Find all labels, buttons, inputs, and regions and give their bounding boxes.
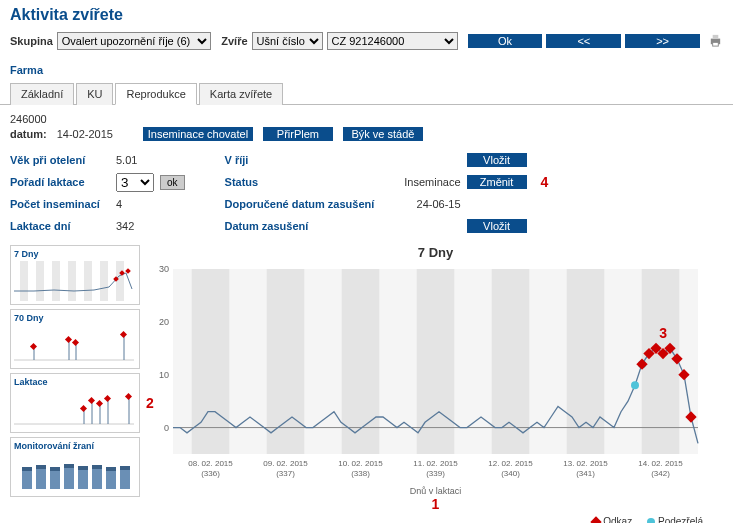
- chart-title: 7 Dny: [148, 245, 723, 260]
- thumb-monitoring-chart: [14, 453, 134, 493]
- svg-text:(341): (341): [576, 469, 595, 478]
- svg-text:10: 10: [159, 370, 169, 380]
- vek-value: 5.01: [116, 154, 166, 166]
- tab-ku[interactable]: KU: [76, 83, 113, 105]
- status-label: Status: [225, 176, 385, 188]
- svg-rect-52: [120, 466, 130, 470]
- poradi-select[interactable]: 3: [116, 173, 154, 192]
- svg-text:(338): (338): [351, 469, 370, 478]
- svg-rect-49: [78, 466, 88, 470]
- svg-text:30: 30: [159, 264, 169, 274]
- toolbar: Skupina Ovalert upozornění říje (6) Zvíř…: [10, 30, 723, 52]
- thumb-70dny-chart: [14, 325, 134, 365]
- svg-rect-2: [713, 42, 719, 46]
- svg-rect-44: [120, 470, 130, 489]
- tab-reprodukce[interactable]: Reprodukce: [115, 83, 196, 105]
- svg-rect-60: [642, 269, 680, 454]
- thumb-monitoring[interactable]: Monitorování žraní: [10, 437, 140, 497]
- svg-rect-24: [14, 389, 134, 429]
- svg-rect-8: [84, 261, 92, 301]
- diamond-icon: [591, 516, 602, 523]
- next-button[interactable]: >>: [625, 34, 700, 48]
- tab-zakladni[interactable]: Základní: [10, 83, 74, 105]
- tab-karta[interactable]: Karta zvířete: [199, 83, 283, 105]
- svg-rect-59: [567, 269, 605, 454]
- svg-rect-47: [50, 467, 60, 471]
- zasuseni-label: Datum zasušení: [225, 220, 385, 232]
- svg-text:09. 02. 2015: 09. 02. 2015: [263, 459, 308, 468]
- svg-rect-6: [52, 261, 60, 301]
- svg-text:08. 02. 2015: 08. 02. 2015: [188, 459, 233, 468]
- animal-id: 246000: [10, 113, 723, 125]
- tabs: Základní KU Reprodukce Karta zvířete: [0, 82, 733, 105]
- doporucene-label: Doporučené datum zasušení: [225, 198, 385, 210]
- svg-rect-58: [492, 269, 530, 454]
- svg-rect-54: [192, 269, 230, 454]
- svg-rect-55: [267, 269, 305, 454]
- svg-text:(337): (337): [276, 469, 295, 478]
- svg-rect-37: [22, 471, 32, 489]
- print-icon[interactable]: [708, 33, 723, 49]
- laktace-label: Laktace dní: [10, 220, 110, 232]
- doporucene-value: 24-06-15: [391, 198, 461, 210]
- zasuseni-button[interactable]: Vložit: [467, 219, 527, 233]
- animal-label: Zvíře: [221, 35, 247, 47]
- page-title: Aktivita zvířete: [10, 6, 723, 24]
- svg-text:13. 02. 2015: 13. 02. 2015: [563, 459, 608, 468]
- status-button[interactable]: Změnit: [467, 175, 527, 189]
- date-label: datum:: [10, 128, 47, 140]
- svg-rect-4: [20, 261, 28, 301]
- group-select[interactable]: Ovalert upozornění říje (6): [57, 32, 211, 50]
- vriji-button[interactable]: Vložit: [467, 153, 527, 167]
- annotation-1: 1: [432, 496, 440, 512]
- svg-text:10. 02. 2015: 10. 02. 2015: [338, 459, 383, 468]
- annotation-2: 2: [146, 395, 154, 411]
- svg-text:(342): (342): [651, 469, 670, 478]
- farma-link[interactable]: Farma: [0, 56, 733, 82]
- vek-label: Věk při otelení: [10, 154, 110, 166]
- vriji-label: V říji: [225, 154, 385, 166]
- inseminace-button[interactable]: Inseminace chovatel: [143, 127, 253, 141]
- id-type-select[interactable]: Ušní číslo: [252, 32, 323, 50]
- svg-text:(340): (340): [501, 469, 520, 478]
- pocet-value: 4: [116, 198, 166, 210]
- svg-rect-10: [116, 261, 124, 301]
- dot-icon: [647, 518, 655, 524]
- svg-rect-41: [78, 470, 88, 489]
- byk-button[interactable]: Býk ve stádě: [343, 127, 423, 141]
- thumb-7dny[interactable]: 7 Dny: [10, 245, 140, 305]
- ok-button[interactable]: Ok: [468, 34, 543, 48]
- main-chart: 010203008. 02. 2015(336)09. 02. 2015(337…: [148, 264, 708, 484]
- id-value-select[interactable]: CZ 921246000: [327, 32, 458, 50]
- svg-rect-43: [106, 471, 116, 489]
- svg-rect-1: [713, 35, 719, 39]
- svg-rect-5: [36, 261, 44, 301]
- svg-rect-56: [342, 269, 380, 454]
- prev-button[interactable]: <<: [546, 34, 621, 48]
- annotation-4: 4: [541, 174, 549, 190]
- svg-rect-50: [92, 465, 102, 469]
- svg-rect-42: [92, 469, 102, 489]
- svg-point-66: [631, 381, 639, 389]
- svg-text:20: 20: [159, 317, 169, 327]
- thumb-laktace[interactable]: Laktace: [10, 373, 140, 433]
- poradi-ok-button[interactable]: ok: [160, 175, 185, 190]
- svg-rect-39: [50, 471, 60, 489]
- svg-text:11. 02. 2015: 11. 02. 2015: [413, 459, 458, 468]
- svg-rect-45: [22, 467, 32, 471]
- laktace-value: 342: [116, 220, 166, 232]
- svg-rect-7: [68, 261, 76, 301]
- svg-rect-40: [64, 468, 74, 489]
- svg-rect-51: [106, 467, 116, 471]
- svg-rect-46: [36, 465, 46, 469]
- prirplem-button[interactable]: PřirPlem: [263, 127, 333, 141]
- svg-text:14. 02. 2015: 14. 02. 2015: [638, 459, 683, 468]
- svg-text:12. 02. 2015: 12. 02. 2015: [488, 459, 533, 468]
- pocet-label: Počet inseminací: [10, 198, 110, 210]
- svg-rect-48: [64, 464, 74, 468]
- thumb-7dny-chart: [14, 261, 134, 301]
- svg-rect-38: [36, 469, 46, 489]
- thumb-70dny[interactable]: 70 Dny: [10, 309, 140, 369]
- svg-text:0: 0: [164, 423, 169, 433]
- x-axis-label: Dnů v laktaci: [148, 486, 723, 496]
